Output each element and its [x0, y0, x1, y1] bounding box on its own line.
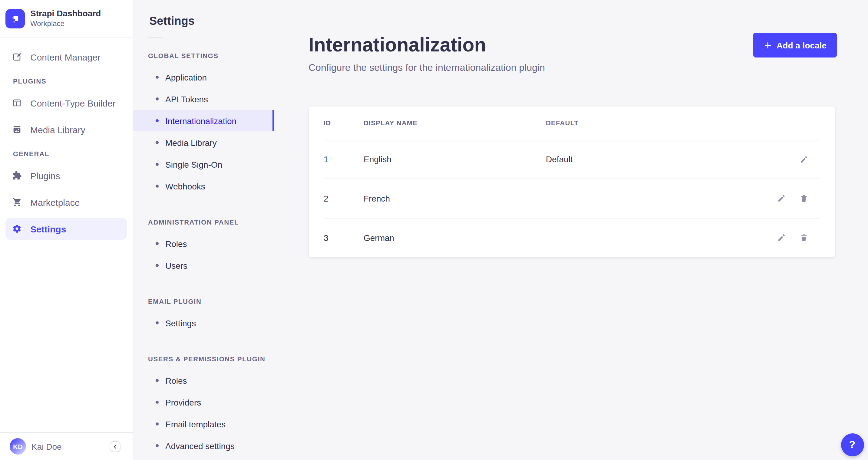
row-actions [766, 233, 819, 243]
sidebar-item-label: Settings [30, 224, 66, 234]
user-name[interactable]: Kai Doe [31, 441, 62, 451]
page-subtitle: Configure the settings for the internati… [309, 61, 837, 75]
sidebar-item-plugins[interactable]: Plugins [5, 165, 127, 187]
bullet-icon [156, 97, 159, 100]
edit-locale-button[interactable] [799, 155, 809, 164]
sidebar-item-media-library[interactable]: Media Library [5, 119, 127, 140]
pencil-icon [799, 155, 808, 164]
subnav-section-global-settings: GLOBAL SETTINGS Application API Tokens I… [133, 52, 273, 197]
locale-display-name: English [364, 155, 546, 164]
edit-locale-button[interactable] [777, 233, 786, 243]
subnav-item-up-roles[interactable]: Roles [133, 370, 273, 391]
bullet-icon [156, 264, 159, 267]
user-avatar[interactable]: KD [10, 438, 26, 455]
subnav-item-label: Single Sign-On [165, 160, 222, 169]
locale-display-name: German [364, 233, 546, 243]
subnav-section-users-permissions-plugin: USERS & PERMISSIONS PLUGIN Roles Provide… [133, 355, 273, 456]
sidebar-item-settings[interactable]: Settings [5, 218, 127, 240]
bullet-icon [156, 119, 159, 122]
subnav-section-administration-panel: ADMINISTRATION PANEL Roles Users [133, 219, 273, 276]
workspace-switcher[interactable]: Strapi Dashboard Workplace [0, 0, 133, 38]
table-row: 3 German [323, 218, 819, 257]
locale-default-badge: Default [546, 155, 766, 164]
column-header-id: ID [323, 119, 364, 127]
subnav-item-api-tokens[interactable]: API Tokens [133, 88, 273, 109]
strapi-logo-icon [5, 9, 25, 28]
subnav-divider [148, 37, 162, 37]
collapse-sidebar-button[interactable] [110, 441, 121, 452]
locale-id: 3 [323, 233, 364, 243]
subnav-item-label: Webhooks [165, 181, 205, 191]
subnav-section-label: EMAIL PLUGIN [148, 298, 273, 305]
pencil-icon [777, 233, 786, 242]
cart-icon [12, 197, 22, 207]
subnav-item-up-email-templates[interactable]: Email templates [133, 414, 273, 435]
question-mark-icon: ? [849, 439, 856, 451]
help-button[interactable]: ? [841, 433, 864, 456]
subnav-item-webhooks[interactable]: Webhooks [133, 175, 273, 197]
sidebar-item-content-manager[interactable]: Content Manager [5, 46, 127, 68]
subnav-item-media-library[interactable]: Media Library [133, 132, 273, 153]
main-content: Internationalization Configure the setti… [274, 0, 868, 460]
row-actions [766, 155, 819, 164]
subnav-item-label: Media Library [165, 138, 217, 147]
plus-icon [763, 41, 772, 49]
sidebar-item-label: Content-Type Builder [30, 98, 116, 108]
subnav-item-label: API Tokens [165, 94, 208, 104]
delete-locale-button[interactable] [799, 233, 809, 243]
main-sidebar: Strapi Dashboard Workplace Content Manag… [0, 0, 133, 460]
subnav-item-application[interactable]: Application [133, 67, 273, 88]
bullet-icon [156, 401, 159, 404]
row-actions [766, 194, 819, 203]
sidebar-section-plugins: PLUGINS [13, 77, 127, 85]
content-manager-icon [12, 52, 22, 62]
table-row: 2 French [323, 179, 819, 218]
column-header-display-name: DISPLAY NAME [364, 119, 546, 127]
bullet-icon [156, 423, 159, 426]
add-locale-button[interactable]: Add a locale [753, 33, 837, 58]
subnav-item-single-sign-on[interactable]: Single Sign-On [133, 154, 273, 175]
trash-icon [799, 233, 808, 242]
settings-subnav: Settings GLOBAL SETTINGS Application API… [133, 0, 274, 460]
sidebar-item-label: Plugins [30, 170, 60, 181]
screen: Strapi Dashboard Workplace Content Manag… [0, 0, 868, 460]
column-header-default: DEFAULT [546, 119, 766, 127]
bullet-icon [156, 163, 159, 166]
locale-display-name: French [364, 194, 546, 203]
subnav-section-label: ADMINISTRATION PANEL [148, 219, 273, 226]
page-header: Internationalization Configure the setti… [274, 0, 868, 75]
bullet-icon [156, 379, 159, 382]
subnav-item-email-settings[interactable]: Settings [133, 312, 273, 333]
bullet-icon [156, 242, 159, 245]
trash-icon [799, 194, 808, 203]
sidebar-item-content-type-builder[interactable]: Content-Type Builder [5, 92, 127, 114]
subnav-item-up-providers[interactable]: Providers [133, 392, 273, 413]
sidebar-section-general: GENERAL [13, 150, 127, 157]
delete-locale-button[interactable] [799, 194, 809, 203]
workspace-labels: Strapi Dashboard Workplace [30, 8, 101, 28]
sidebar-nav: Content Manager PLUGINS Content-Type Bui… [0, 38, 133, 240]
subnav-item-internationalization[interactable]: Internationalization [133, 110, 273, 131]
subnav-item-label: Advanced settings [165, 441, 235, 451]
edit-locale-button[interactable] [777, 194, 786, 203]
pencil-icon [777, 194, 786, 203]
table-header-row: ID DISPLAY NAME DEFAULT [323, 106, 819, 140]
subnav-item-up-advanced-settings[interactable]: Advanced settings [133, 435, 273, 456]
table-row: 1 English Default [323, 140, 819, 179]
workspace-name: Workplace [30, 20, 101, 28]
subnav-item-label: Settings [165, 318, 196, 328]
subnav-item-admin-roles[interactable]: Roles [133, 233, 273, 254]
locales-table-card: ID DISPLAY NAME DEFAULT 1 English Defaul… [309, 106, 835, 257]
sidebar-item-label: Media Library [30, 124, 85, 135]
puzzle-icon [12, 171, 22, 180]
sidebar-item-marketplace[interactable]: Marketplace [5, 191, 127, 213]
bullet-icon [156, 141, 159, 144]
subnav-item-label: Roles [165, 239, 187, 249]
subnav-section-email-plugin: EMAIL PLUGIN Settings [133, 298, 273, 333]
add-locale-button-label: Add a locale [777, 40, 827, 50]
sidebar-footer: KD Kai Doe [0, 432, 133, 460]
subnav-item-admin-users[interactable]: Users [133, 255, 273, 276]
content-type-builder-icon [12, 98, 22, 108]
subnav-item-label: Email templates [165, 419, 225, 429]
subnav-section-label: USERS & PERMISSIONS PLUGIN [148, 355, 273, 363]
